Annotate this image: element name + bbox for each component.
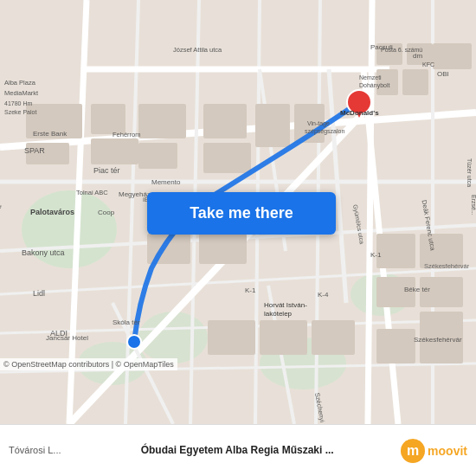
svg-text:szépségszalon: szépségszalon [305, 128, 344, 135]
svg-text:Jancsár Hotel: Jancsár Hotel [46, 334, 88, 342]
map-container: Piac tér Palotaváros Bakony utca Memento… [0, 0, 476, 424]
moovit-brand: m moovit [401, 439, 467, 463]
svg-text:Dohánybolt: Dohánybolt [359, 82, 389, 89]
svg-rect-32 [203, 104, 247, 138]
moovit-icon: m [401, 439, 425, 463]
svg-text:Székesfehérvár: Székesfehérvár [424, 262, 470, 270]
svg-point-52 [127, 335, 141, 349]
map-attribution: © OpenStreetMap contributors | © OpenMap… [0, 358, 177, 370]
svg-rect-33 [203, 143, 251, 173]
svg-line-17 [368, 0, 372, 424]
svg-rect-50 [376, 329, 415, 363]
svg-text:Memento: Memento [151, 178, 181, 186]
svg-text:Erzsé...: Erzsé... [471, 195, 476, 215]
svg-text:K-1: K-1 [370, 251, 382, 259]
svg-text:Béke tér: Béke tér [404, 286, 430, 293]
svg-rect-44 [260, 320, 307, 355]
svg-rect-40 [402, 69, 428, 95]
svg-rect-28 [91, 104, 125, 134]
svg-rect-30 [138, 104, 186, 138]
svg-text:Székesfehérvár: Székesfehérvár [414, 336, 462, 344]
svg-rect-38 [433, 43, 472, 69]
svg-text:Nemzeti: Nemzeti [359, 74, 382, 80]
svg-text:Tolnai ABC: Tolnai ABC [76, 189, 108, 196]
svg-text:Fehérrom: Fehérrom [113, 131, 141, 138]
svg-text:K-1: K-1 [245, 286, 256, 294]
svg-text:Vin-tage: Vin-tage [307, 120, 330, 127]
svg-rect-34 [255, 104, 290, 147]
svg-text:Coop: Coop [98, 209, 115, 216]
svg-text:Alba Plaza: Alba Plaza [4, 79, 36, 87]
svg-text:41780 Hm: 41780 Hm [4, 100, 32, 106]
svg-text:dm: dm [413, 52, 422, 60]
svg-text:OBI: OBI [437, 70, 449, 78]
svg-text:Szeke Palot: Szeke Palot [4, 109, 36, 115]
svg-text:KFC: KFC [422, 61, 434, 68]
svg-text:lakótelep: lakótelep [264, 310, 293, 318]
from-label-text: Tóvárosi L... [9, 444, 137, 456]
svg-text:József Attila utca: József Attila utca [173, 46, 222, 54]
svg-text:Skóla tér: Skóla tér [113, 318, 140, 326]
svg-text:Horvát István-: Horvát István- [264, 301, 307, 309]
svg-rect-29 [91, 138, 138, 164]
svg-text:K-4: K-4 [318, 291, 329, 299]
svg-text:Lidl: Lidl [33, 289, 45, 298]
svg-text:Posta 6. számú: Posta 6. számú [381, 47, 422, 53]
svg-text:Bakony utca: Bakony utca [22, 248, 65, 257]
svg-text:Tüzér utca: Tüzér utca [466, 158, 473, 187]
svg-rect-46 [376, 234, 415, 268]
svg-rect-42 [199, 234, 247, 264]
from-location: Tóvárosi L... [9, 444, 137, 456]
svg-rect-43 [208, 320, 255, 355]
svg-rect-31 [138, 143, 177, 169]
svg-text:Piac tér: Piac tér [93, 166, 120, 175]
bottom-bar: Tóvárosi L... Óbudai Egyetem Alba Regia … [0, 424, 476, 476]
to-label-text: Óbudai Egyetem Alba Regia Műszaki ... [141, 444, 396, 458]
svg-text:SPAR: SPAR [24, 146, 45, 155]
svg-text:Erste Bank: Erste Bank [33, 130, 68, 138]
svg-text:Palotaváros: Palotaváros [30, 208, 74, 216]
moovit-logo-area: m moovit [401, 439, 467, 463]
svg-rect-45 [312, 320, 355, 355]
svg-text:MediaMarkt: MediaMarkt [4, 89, 39, 97]
take-me-there-button[interactable]: Take me there [147, 192, 336, 235]
svg-text:McDonald's: McDonald's [340, 109, 379, 117]
to-location: Óbudai Egyetem Alba Regia Műszaki ... [137, 444, 401, 458]
moovit-text: moovit [428, 444, 467, 458]
